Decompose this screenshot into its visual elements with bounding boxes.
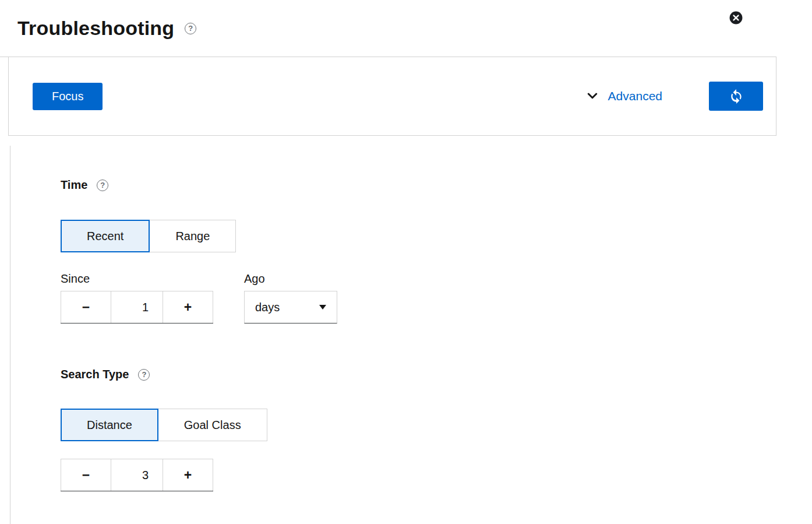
form-content: Time ? Recent Range Since Ago − + days S… — [10, 146, 812, 524]
distance-stepper: − + — [61, 459, 213, 491]
close-icon — [729, 10, 743, 25]
ago-unit-value: days — [255, 301, 280, 314]
toggle-goal-class[interactable]: Goal Class — [158, 409, 267, 441]
since-label: Since — [61, 272, 244, 286]
distance-plus-button[interactable]: + — [163, 459, 213, 491]
since-value-input[interactable] — [111, 291, 163, 323]
since-stepper: − + — [61, 291, 213, 323]
time-label: Time — [61, 178, 87, 192]
panel-header: Troubleshooting ? — [0, 0, 812, 57]
ago-unit-select[interactable]: days — [244, 291, 337, 323]
time-field-header: Time ? — [61, 178, 812, 192]
distance-value-input[interactable] — [111, 459, 163, 491]
toggle-range[interactable]: Range — [149, 220, 236, 252]
refresh-button[interactable] — [709, 82, 763, 111]
toolbar-right-group: Advanced — [585, 82, 763, 111]
since-ago-labels: Since Ago — [61, 272, 812, 286]
search-type-label: Search Type — [61, 368, 129, 381]
search-type-help-icon[interactable]: ? — [138, 369, 150, 381]
ago-label: Ago — [244, 272, 265, 286]
search-type-field-header: Search Type ? — [61, 368, 812, 381]
sync-icon — [729, 89, 744, 104]
time-help-icon[interactable]: ? — [97, 180, 108, 191]
toggle-recent[interactable]: Recent — [61, 220, 150, 252]
caret-down-icon — [319, 305, 326, 310]
advanced-link[interactable]: Advanced — [608, 89, 662, 103]
advanced-expand-button[interactable] — [585, 90, 600, 103]
time-toggle-group: Recent Range — [61, 220, 812, 252]
since-minus-button[interactable]: − — [61, 291, 111, 323]
page-title: Troubleshooting — [17, 17, 174, 40]
since-plus-button[interactable]: + — [163, 291, 213, 323]
search-type-toggle-group: Distance Goal Class — [61, 409, 812, 441]
toggle-distance[interactable]: Distance — [61, 409, 158, 441]
focus-button[interactable]: Focus — [33, 83, 103, 110]
troubleshooting-panel: Troubleshooting ? Focus Advanced — [0, 0, 812, 524]
help-icon[interactable]: ? — [185, 23, 196, 34]
chevron-down-icon — [587, 92, 598, 100]
close-button[interactable] — [729, 10, 743, 25]
toolbar: Focus Advanced — [8, 57, 776, 136]
since-ago-controls: − + days — [61, 291, 812, 323]
distance-minus-button[interactable]: − — [61, 459, 111, 491]
